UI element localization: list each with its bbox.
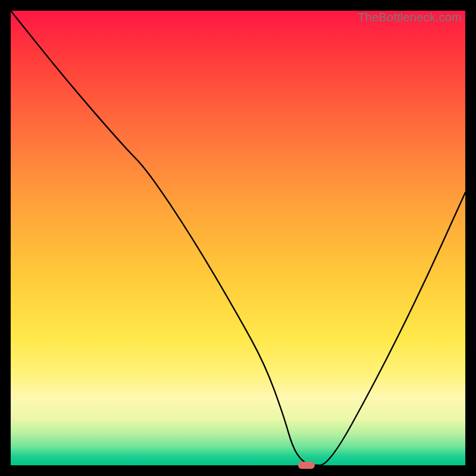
- curve-path: [11, 11, 465, 465]
- chart-frame: TheBottleneck.com: [0, 0, 476, 476]
- plot-area: TheBottleneck.com: [11, 11, 465, 465]
- bottleneck-curve: [11, 11, 465, 465]
- optimum-marker: [298, 462, 315, 469]
